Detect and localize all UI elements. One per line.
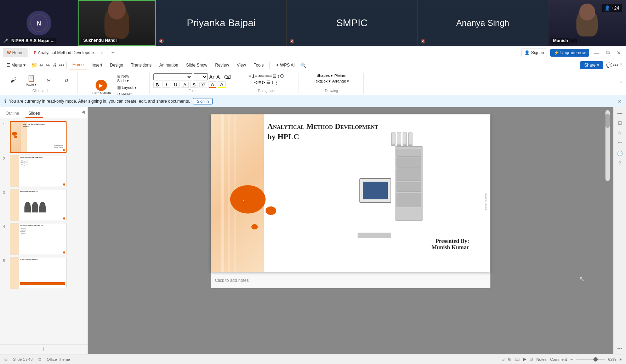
increase-font-icon[interactable]: A↑ [209, 74, 215, 80]
video-tile-munish[interactable]: 👤 +24 Munish ⊞ [548, 0, 626, 46]
decrease-indent-icon[interactable]: ⇐≡ [258, 73, 265, 79]
menu-button[interactable]: ☰ Menu ▾ [3, 61, 29, 69]
format-painter-button[interactable]: 🖌 [5, 75, 22, 86]
sidebar-history-icon[interactable]: 🕐 [617, 150, 623, 156]
increase-indent-icon[interactable]: ⇒≡ [265, 73, 272, 79]
video-tile-priyanka[interactable]: Priyanka Bajpai 🔇 [156, 0, 286, 46]
scroll-thumb[interactable] [605, 114, 610, 128]
add-tab-button[interactable]: + [109, 50, 117, 56]
ribbon-collapse-btn[interactable]: ⌃ [619, 73, 623, 93]
menu-item-slideshow[interactable]: Slide Show [182, 61, 211, 69]
sidebar-dots-icon[interactable]: ••• [617, 346, 622, 351]
convert-smartart-icon[interactable]: ⬡ [280, 73, 284, 79]
align-center-icon[interactable]: ≡ [258, 80, 261, 85]
slide-thumbnail-5[interactable]: IS HPLC GRADIENT METHOD [10, 257, 67, 289]
columns-layout-icon[interactable]: ⋮ [274, 80, 279, 85]
picture-button[interactable]: Picture [334, 74, 346, 78]
copy-button[interactable]: ⧉ [58, 76, 75, 85]
zoom-slider[interactable] [576, 359, 605, 360]
menu-item-transitions[interactable]: Transitions [127, 61, 155, 69]
slide-item-2[interactable]: 2 CHALLENGES IN HPLC METHOD... • Bullet … [3, 155, 85, 187]
slide-item-5[interactable]: 5 IS HPLC GRADIENT METHOD [3, 257, 85, 289]
sign-in-button[interactable]: 👤 Sign in [521, 49, 547, 57]
textbox-button[interactable]: TextBox ▾ [314, 79, 331, 84]
slide-item-1[interactable]: 1 Analytical Method Developmentby HPLC P… [3, 121, 85, 153]
columns-icon[interactable]: ⊟ [273, 73, 277, 79]
clear-format-icon[interactable]: ⌫ [224, 74, 231, 80]
video-tile-ananya[interactable]: Ananya Singh 🔇 [417, 0, 548, 46]
superscript-button[interactable]: X² [199, 83, 207, 87]
upgrade-button[interactable]: ⚡ Upgrade now [550, 49, 589, 57]
reset-button[interactable]: ↺ Reset [115, 91, 139, 95]
minimize-button[interactable]: — [592, 49, 601, 56]
slide-thumbnail-4[interactable]: CHOICE OF STRATEGY DEPENDS ON... • Line … [10, 223, 67, 255]
menu-item-insert[interactable]: Insert [88, 61, 106, 69]
shapes-button[interactable]: Shapes ▾ [317, 73, 333, 78]
notes-area[interactable]: Click to add notes [211, 272, 490, 288]
from-current-slide-button[interactable]: ▶ From CurrentSlide ▾ [90, 79, 113, 96]
fit-page-icon[interactable]: ⊡ [530, 357, 533, 362]
comment-icon[interactable]: 💬 [606, 62, 612, 68]
numbering-button[interactable]: 1≡ [252, 73, 257, 79]
underline-button[interactable]: U [172, 82, 180, 88]
menu-item-home[interactable]: Home [69, 61, 87, 69]
search-icon[interactable]: 🔍 [300, 62, 306, 68]
justify-icon[interactable]: ☰ [266, 80, 271, 85]
slide-item-4[interactable]: 4 CHOICE OF STRATEGY DEPENDS ON... • Lin… [3, 223, 85, 255]
tab-close-button[interactable]: ✕ [101, 51, 103, 55]
slideshow-button[interactable]: ▶ [523, 357, 526, 362]
slide-item-3[interactable]: 3 WHO DOES THIS APPLY? [3, 189, 85, 221]
open-folder-icon[interactable]: 📁 [31, 62, 37, 68]
bold-button[interactable]: B [153, 82, 161, 88]
close-button[interactable]: ✕ [615, 49, 623, 56]
highlight-button[interactable]: A [218, 81, 226, 88]
video-tile-smpic[interactable]: SMPIC 🔇 [286, 0, 417, 46]
more-menu-icon[interactable]: ••• [613, 62, 618, 68]
view-reading-icon[interactable]: 📖 [515, 357, 520, 362]
collapse-icon[interactable]: ⌃ [619, 80, 623, 86]
line-spacing-icon[interactable]: ↕ [271, 80, 274, 85]
menu-item-wps-ai[interactable]: ✦ WPS AI [272, 61, 298, 69]
notes-button[interactable]: Notes [536, 357, 547, 362]
zoom-in-icon[interactable]: + [620, 357, 622, 362]
tab-presentation[interactable]: P Analytical Method Developme... ✕ [29, 48, 108, 58]
collapse-panel-button[interactable]: ◀ [81, 109, 85, 118]
slides-tab[interactable]: Slides [25, 109, 43, 118]
redo-icon[interactable]: ↪ [46, 62, 50, 68]
print-icon[interactable]: 🖨 [52, 62, 57, 68]
strikethrough-button[interactable]: S [190, 82, 198, 88]
outline-button[interactable]: A [181, 82, 189, 88]
font-size-select[interactable] [194, 73, 208, 80]
menu-item-tools[interactable]: Tools [250, 61, 267, 69]
restore-button[interactable]: ⧉ [604, 49, 612, 56]
add-slide-button[interactable]: + [0, 344, 87, 354]
sidebar-help-icon[interactable]: ? [619, 160, 621, 166]
slide-thumbnail-1[interactable]: Analytical Method Developmentby HPLC Pre… [10, 121, 67, 153]
outline-tab[interactable]: Outline [3, 109, 22, 118]
cut-button[interactable]: ✂ [40, 76, 57, 84]
menu-item-review[interactable]: Review [212, 61, 233, 69]
slide-thumbnail-3[interactable]: WHO DOES THIS APPLY? [10, 189, 67, 221]
sidebar-minus-icon[interactable]: — [618, 110, 622, 116]
direction-icon[interactable]: ↕ [277, 73, 280, 79]
menu-item-animation[interactable]: Animation [156, 61, 182, 69]
collapse-ribbon-icon[interactable]: ⌃ [619, 62, 623, 68]
video-tile-niper[interactable]: N 🎤 NIPER S.A.S Nagar ... [0, 0, 78, 46]
info-close-button[interactable]: ✕ [618, 98, 622, 104]
view-normal-icon[interactable]: ⊟ [501, 357, 505, 362]
share-button[interactable]: Share ▾ [580, 61, 603, 69]
paste-button[interactable]: 📋 Paste ▾ [23, 73, 40, 87]
zoom-out-icon[interactable]: − [570, 357, 573, 362]
font-color-button[interactable]: A [209, 81, 216, 88]
slide-thumbnail-2[interactable]: CHALLENGES IN HPLC METHOD... • Bullet po… [10, 155, 67, 187]
comment-button[interactable]: Comment [550, 357, 567, 362]
menu-item-view[interactable]: View [233, 61, 250, 69]
italic-button[interactable]: I [163, 82, 170, 88]
sidebar-star-icon[interactable]: ☆ [618, 130, 622, 136]
align-left-icon[interactable]: ⊲ [254, 80, 258, 85]
font-family-select[interactable] [153, 73, 192, 80]
bullets-button[interactable]: ≡ [249, 73, 251, 79]
more-participants-badge[interactable]: 👤 +24 [602, 4, 622, 12]
arrange-button[interactable]: Arrange ▾ [332, 79, 349, 84]
decrease-font-icon[interactable]: A↓ [216, 74, 222, 80]
